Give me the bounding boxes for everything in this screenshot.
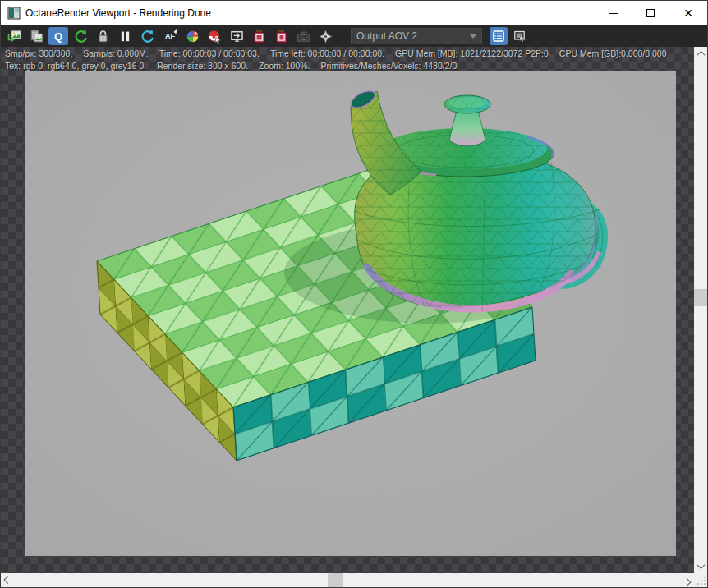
- close-button[interactable]: ✕: [669, 1, 707, 25]
- chevron-up-icon: [697, 51, 706, 59]
- deep-image-export-icon: [274, 29, 289, 44]
- title-bar: OctaneRender Viewport - Rendering Done ✕: [1, 1, 707, 25]
- status-cpu-mem: CPU Mem [GB]:0.000/8.000: [559, 48, 667, 60]
- save-render-icon: [7, 29, 22, 44]
- status-samples: Smp/px: 300/300.: [5, 48, 72, 60]
- octane-render-viewport-window: OctaneRender Viewport - Rendering Done ✕: [0, 0, 708, 588]
- vertical-scrollbar[interactable]: [694, 47, 708, 573]
- render-region-button[interactable]: [227, 27, 246, 45]
- viewport-settings-button[interactable]: [511, 27, 529, 45]
- window-controls: ✕: [594, 1, 707, 25]
- refresh-icon: [140, 29, 155, 44]
- scroll-right-button[interactable]: [680, 573, 694, 588]
- pause-render-button[interactable]: [115, 27, 135, 45]
- color-wheel-icon: [185, 29, 200, 44]
- pause-icon: [117, 29, 133, 44]
- status-primitives: Primitives/Meshes/Voxels: 4480/2/0: [321, 60, 457, 72]
- status-textures: Tex: rgb 0, rgb64 0, grey 0, grey16 0.: [5, 60, 146, 72]
- restart-render-button[interactable]: [71, 27, 90, 45]
- material-picker-icon: [207, 29, 223, 44]
- image-picker-icon: [513, 29, 527, 44]
- refresh-render-button[interactable]: [137, 27, 157, 45]
- output-aov-value: Output AOV 2: [356, 30, 417, 42]
- save-render-button[interactable]: [4, 27, 24, 45]
- status-line-2: Tex: rgb 0, rgb64 0, grey 0, grey16 0. R…: [5, 60, 667, 72]
- viewport-scroll-area: Smp/px: 300/300. Samp/s: 0.000M. Time: 0…: [1, 47, 694, 574]
- toolbar: Q: [1, 25, 707, 47]
- render-region-icon: [229, 29, 245, 44]
- dropdown-caret-icon: [470, 34, 476, 39]
- resize-grip[interactable]: [694, 573, 708, 588]
- resize-grip-icon: [694, 573, 708, 588]
- render-canvas[interactable]: [25, 71, 676, 556]
- chevron-down-icon: [697, 561, 706, 569]
- copy-image-icon: [29, 29, 44, 44]
- minimize-button[interactable]: [594, 1, 632, 25]
- maximize-button[interactable]: [632, 1, 669, 25]
- shuriken-icon: [318, 29, 333, 44]
- vertical-scrollbar-thumb[interactable]: [694, 289, 708, 306]
- app-icon: [7, 7, 21, 20]
- chevron-right-icon: [683, 577, 692, 586]
- kernel-button[interactable]: [315, 27, 335, 45]
- status-bar: Smp/px: 300/300. Samp/s: 0.000M. Time: 0…: [5, 48, 667, 72]
- render-passes-export-button[interactable]: [249, 27, 269, 45]
- status-line-1: Smp/px: 300/300. Samp/s: 0.000M. Time: 0…: [5, 48, 667, 60]
- render-passes-export-icon: [251, 29, 267, 44]
- lock-resolution-button[interactable]: [93, 27, 113, 45]
- status-time-left: Time left: 00:00:03 / 00:00:00.: [270, 48, 384, 60]
- passes-list-icon: [491, 29, 506, 44]
- render-passes-panel-button[interactable]: [490, 27, 508, 45]
- status-gpu-mem: GPU Mem [MB]: 1021/2122/3072 P2P:0: [395, 48, 549, 60]
- white-balance-picker-button[interactable]: [182, 27, 202, 45]
- output-aov-dropdown[interactable]: Output AOV 2: [351, 28, 482, 44]
- status-render-size: Render size: 800 x 600.: [157, 60, 248, 72]
- scroll-up-button[interactable]: [694, 47, 708, 61]
- status-samples-per-sec: Samp/s: 0.000M.: [83, 48, 148, 60]
- q-mode-label: Q: [54, 30, 62, 43]
- horizontal-scrollbar-thumb[interactable]: [328, 573, 343, 588]
- maximize-icon: [646, 9, 655, 17]
- status-time: Time: 00:00:03 / 00:00:03.: [159, 48, 260, 60]
- deep-image-export-button[interactable]: [271, 27, 291, 45]
- status-zoom: Zoom: 100%.: [259, 60, 310, 72]
- minimize-icon: [609, 13, 618, 14]
- camera-icon: [296, 29, 311, 44]
- lock-icon: [95, 29, 111, 44]
- material-picker-button[interactable]: [205, 27, 224, 45]
- copy-image-button[interactable]: [26, 27, 46, 45]
- autofocus-button[interactable]: AF: [160, 27, 180, 45]
- scroll-left-button[interactable]: [1, 573, 15, 588]
- chevron-left-icon: [4, 576, 12, 584]
- scroll-down-button[interactable]: [694, 559, 708, 573]
- window-title: OctaneRender Viewport - Rendering Done: [25, 7, 211, 19]
- restart-render-icon: [73, 29, 89, 44]
- autofocus-label: AF: [165, 32, 175, 40]
- autofocus-picker-icon: [174, 28, 180, 34]
- rendered-scene: [25, 71, 676, 556]
- horizontal-scrollbar[interactable]: [1, 573, 694, 588]
- camera-snapshot-button[interactable]: [293, 27, 313, 45]
- q-mode-toggle[interactable]: Q: [48, 27, 68, 45]
